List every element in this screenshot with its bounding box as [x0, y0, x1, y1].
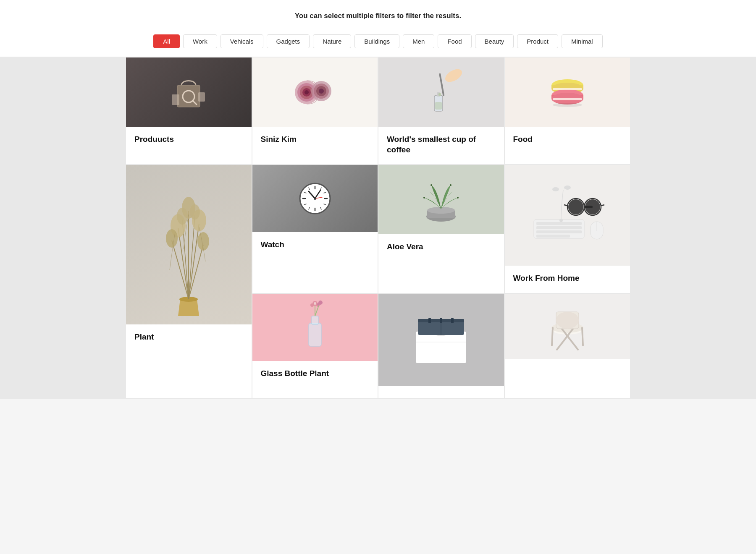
svg-point-9: [304, 90, 309, 94]
svg-line-79: [564, 205, 567, 206]
svg-point-92: [314, 302, 316, 305]
svg-rect-96: [416, 332, 466, 363]
svg-point-40: [166, 229, 178, 248]
filter-all[interactable]: All: [153, 34, 180, 48]
svg-point-61: [314, 197, 316, 200]
filter-men[interactable]: Men: [403, 34, 434, 48]
grid-item-food[interactable]: Food: [505, 57, 630, 164]
svg-point-13: [319, 89, 324, 94]
grid-item-siniz[interactable]: Siniz Kim: [252, 57, 378, 164]
svg-rect-73: [536, 235, 570, 238]
grid-item-watch[interactable]: Watch: [252, 165, 378, 293]
item-label-aloe: Aloe Vera: [378, 234, 504, 261]
svg-line-108: [552, 328, 553, 345]
grid-item-wfh[interactable]: Work From Home: [505, 165, 630, 293]
item-label-coffee: World's smallest cup of coffee: [378, 127, 504, 164]
svg-point-85: [564, 186, 571, 190]
grid-item-glass[interactable]: Glass Bottle Plant: [252, 294, 378, 398]
filter-beauty[interactable]: Beauty: [475, 34, 514, 48]
svg-rect-70: [536, 222, 582, 225]
svg-point-67: [423, 197, 425, 199]
svg-point-64: [427, 207, 455, 214]
svg-rect-102: [451, 318, 454, 323]
grid-item-coffee[interactable]: World's smallest cup of coffee: [378, 57, 504, 164]
svg-point-84: [552, 187, 559, 191]
svg-rect-71: [536, 226, 582, 229]
filter-vehicals[interactable]: Vehicals: [220, 34, 263, 48]
svg-point-83: [559, 219, 563, 222]
svg-rect-87: [312, 316, 318, 324]
svg-line-30: [178, 228, 189, 299]
svg-point-28: [553, 103, 582, 107]
page-subtitle: You can select multiple filters to filte…: [8, 12, 748, 20]
filter-buildings[interactable]: Buildings: [354, 34, 399, 48]
page-header: You can select multiple filters to filte…: [0, 0, 756, 28]
item-label-siniz: Siniz Kim: [252, 127, 378, 154]
filter-product[interactable]: Product: [517, 34, 558, 48]
item-label-watch: Watch: [252, 232, 378, 259]
grid-item-aloe[interactable]: Aloe Vera: [378, 165, 504, 293]
grid-item-chair[interactable]: [505, 294, 630, 398]
svg-point-82: [585, 199, 600, 214]
svg-rect-103: [440, 318, 442, 323]
svg-rect-26: [553, 88, 582, 90]
grid-wrapper: Produucts: [0, 57, 756, 399]
item-label-food: Food: [505, 127, 630, 154]
svg-line-80: [601, 205, 604, 206]
svg-point-68: [457, 197, 459, 199]
svg-line-109: [582, 328, 583, 345]
svg-rect-101: [428, 318, 431, 323]
svg-point-14: [443, 66, 464, 84]
svg-point-111: [556, 312, 579, 329]
svg-rect-4: [198, 92, 205, 102]
filter-nature[interactable]: Nature: [313, 34, 351, 48]
svg-point-81: [568, 199, 583, 214]
svg-point-95: [317, 303, 320, 306]
filter-minimal[interactable]: Minimal: [562, 34, 603, 48]
svg-rect-18: [435, 102, 442, 110]
item-label-wfh: Work From Home: [505, 266, 630, 293]
svg-rect-72: [536, 230, 582, 233]
item-label-clothes: [378, 386, 504, 398]
grid-item-products[interactable]: Produucts: [126, 57, 252, 164]
grid-item-clothes[interactable]: [378, 294, 504, 398]
grid-container: Produucts: [126, 57, 630, 398]
filter-bar: All Work Vehicals Gadgets Nature Buildin…: [0, 28, 756, 57]
svg-point-19: [438, 93, 441, 96]
filter-gadgets[interactable]: Gadgets: [267, 34, 310, 48]
svg-rect-27: [553, 98, 582, 100]
item-label-glass: Glass Bottle Plant: [252, 361, 378, 388]
svg-point-65: [430, 184, 432, 186]
svg-point-43: [190, 204, 200, 220]
item-label-products: Produucts: [126, 127, 252, 154]
filter-food[interactable]: Food: [438, 34, 471, 48]
svg-point-42: [177, 208, 188, 225]
filter-work[interactable]: Work: [183, 34, 217, 48]
grid-item-plant[interactable]: Plant: [126, 165, 252, 398]
svg-rect-3: [172, 94, 179, 105]
svg-rect-86: [309, 323, 321, 346]
svg-point-90: [310, 303, 314, 307]
item-label-chair: [505, 359, 630, 371]
item-label-plant: Plant: [126, 324, 252, 352]
svg-line-32: [189, 224, 199, 299]
svg-point-66: [450, 184, 452, 186]
